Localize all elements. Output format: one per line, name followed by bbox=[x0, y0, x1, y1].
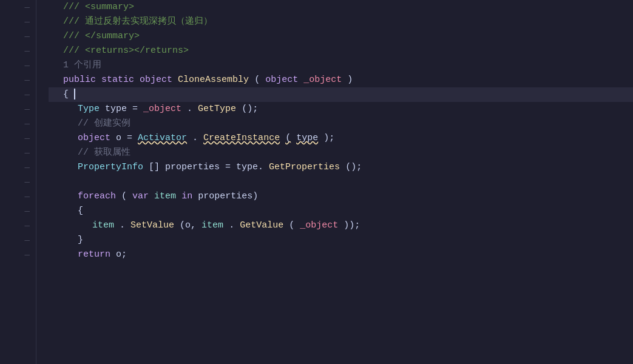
gutter-line: — bbox=[25, 0, 30, 15]
code-token: item . SetValue (o, item . GetValue ( _o… bbox=[49, 218, 360, 233]
gutter-line: — bbox=[25, 204, 30, 218]
gutter-line: — bbox=[25, 15, 30, 29]
code-line: /// </summary> bbox=[49, 29, 633, 44]
code-token: // 获取属性 bbox=[49, 146, 130, 160]
gutter-line: — bbox=[25, 131, 30, 146]
line-gutter: — — — — — — — — — — — — — — — — — — bbox=[0, 0, 36, 364]
gutter-line: — bbox=[25, 248, 30, 262]
code-token: foreach ( var item in properties) bbox=[49, 189, 258, 204]
code-line: /// <summary> bbox=[49, 0, 633, 15]
gutter-line: — bbox=[25, 218, 30, 233]
code-token: public static object CloneAssembly ( obj… bbox=[49, 73, 353, 87]
code-token: object o = Activator . CreateInstance ( … bbox=[49, 131, 334, 146]
code-line bbox=[49, 175, 633, 189]
code-token: Type type = _object . GetType (); bbox=[49, 102, 258, 116]
code-line: object o = Activator . CreateInstance ( … bbox=[49, 131, 633, 146]
code-token: // 创建实例 bbox=[49, 116, 130, 131]
gutter-line: — bbox=[25, 160, 30, 175]
code-line: } bbox=[49, 233, 633, 248]
code-line: /// 通过反射去实现深拷贝（递归） bbox=[49, 15, 633, 29]
code-token: } bbox=[49, 233, 83, 248]
code-line: 1 个引用 bbox=[49, 58, 633, 73]
code-line: PropertyInfo [] properties = type. GetPr… bbox=[49, 160, 633, 175]
gutter-line: — bbox=[25, 29, 30, 44]
code-token: /// </summary> bbox=[49, 29, 140, 44]
code-token: { bbox=[49, 87, 75, 102]
code-line: item . SetValue (o, item . GetValue ( _o… bbox=[49, 218, 633, 233]
code-line: return o; bbox=[49, 248, 633, 262]
gutter-line: — bbox=[25, 146, 30, 160]
code-token bbox=[49, 175, 69, 189]
text-cursor bbox=[74, 89, 75, 99]
code-line: /// <returns></returns> bbox=[49, 44, 633, 58]
code-token: PropertyInfo [] properties = type. GetPr… bbox=[49, 160, 362, 175]
gutter-line: — bbox=[25, 233, 30, 248]
gutter-line: — bbox=[25, 175, 30, 189]
code-line: { bbox=[49, 204, 633, 218]
code-token: { bbox=[49, 204, 83, 218]
gutter-line: — bbox=[25, 102, 30, 116]
code-token: /// <summary> bbox=[49, 0, 134, 15]
code-line: // 获取属性 bbox=[49, 146, 633, 160]
code-line: foreach ( var item in properties) bbox=[49, 189, 633, 204]
code-line-active: { bbox=[49, 87, 633, 102]
code-token: return o; bbox=[49, 248, 127, 262]
gutter-line: — bbox=[25, 116, 30, 131]
code-line: public static object CloneAssembly ( obj… bbox=[49, 73, 633, 87]
code-editor: — — — — — — — — — — — — — — — — — — /// … bbox=[0, 0, 633, 364]
code-container: — — — — — — — — — — — — — — — — — — /// … bbox=[0, 0, 633, 364]
gutter-line: — bbox=[25, 87, 30, 102]
code-line: // 创建实例 bbox=[49, 116, 633, 131]
gutter-line: — bbox=[25, 58, 30, 73]
code-token: /// 通过反射去实现深拷贝（递归） bbox=[49, 15, 212, 29]
code-lines: /// <summary> /// 通过反射去实现深拷贝（递归） /// </s… bbox=[36, 0, 633, 364]
gutter-line: — bbox=[25, 189, 30, 204]
gutter-line: — bbox=[25, 44, 30, 58]
code-token: 1 个引用 bbox=[49, 58, 101, 73]
code-line: Type type = _object . GetType (); bbox=[49, 102, 633, 116]
code-token: /// <returns></returns> bbox=[49, 44, 189, 58]
gutter-line: — bbox=[25, 73, 30, 87]
